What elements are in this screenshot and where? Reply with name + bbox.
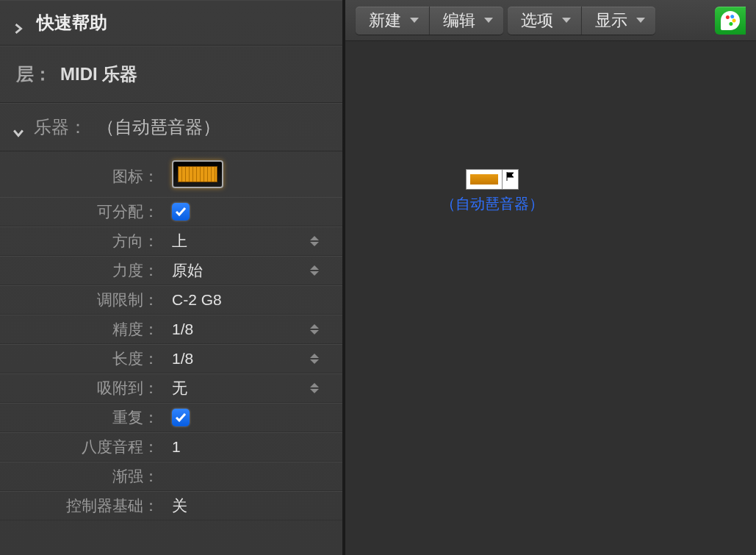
stepper-icon[interactable]	[310, 234, 320, 248]
prop-snap[interactable]: 吸附到： 无	[0, 373, 342, 403]
options-menu-label: 选项	[521, 10, 553, 32]
prop-ctrlbase[interactable]: 控制器基础： 关	[0, 491, 342, 520]
prop-direction[interactable]: 方向： 上	[0, 226, 342, 256]
prop-velocity-label: 力度：	[0, 260, 165, 281]
prop-direction-value: 上	[172, 231, 187, 251]
prop-precision[interactable]: 精度： 1/8	[0, 315, 342, 344]
keyboard-icon[interactable]	[172, 160, 223, 188]
arpeggiator-node[interactable]: （自动琶音器）	[441, 169, 544, 214]
stepper-icon[interactable]	[310, 322, 320, 337]
instrument-name: （自动琶音器）	[97, 115, 220, 139]
instrument-header[interactable]: 乐器： （自动琶音器）	[0, 103, 342, 151]
options-menu[interactable]: 选项	[508, 7, 581, 35]
prop-ctrlbase-label: 控制器基础：	[0, 495, 165, 516]
prop-precision-label: 精度：	[0, 319, 165, 340]
flag-icon	[503, 169, 519, 190]
prop-octaves-label: 八度音程：	[0, 437, 165, 457]
prop-octaves[interactable]: 八度音程： 1	[0, 432, 342, 462]
chevron-down-icon	[484, 18, 493, 23]
quick-help-header[interactable]: 快速帮助	[0, 0, 342, 46]
prop-snap-label: 吸附到：	[0, 378, 165, 398]
chevron-down-icon	[636, 18, 645, 23]
edit-menu[interactable]: 编辑	[429, 7, 503, 35]
layer-label: 层：	[16, 62, 51, 86]
edit-menu-label: 编辑	[443, 10, 475, 32]
prop-assignable: 可分配：	[0, 197, 342, 226]
prop-direction-label: 方向：	[0, 231, 165, 251]
view-menu[interactable]: 显示	[581, 7, 655, 35]
prop-crescendo-label: 渐强：	[0, 466, 165, 487]
repeat-checkbox[interactable]	[172, 409, 190, 426]
prop-octaves-value: 1	[172, 438, 181, 456]
environment-canvas[interactable]: （自动琶音器）	[345, 41, 756, 555]
prop-keylimit-value: C-2 G8	[172, 291, 222, 309]
prop-keylimit-label: 调限制：	[0, 290, 165, 310]
chevron-down-icon	[410, 18, 419, 23]
assignable-checkbox[interactable]	[172, 203, 190, 221]
color-palette-button[interactable]	[715, 7, 746, 35]
prop-repeat: 重复：	[0, 403, 342, 432]
prop-precision-value: 1/8	[172, 321, 193, 338]
stepper-icon[interactable]	[310, 351, 320, 366]
inspector-panel: 快速帮助 层： MIDI 乐器 乐器： （自动琶音器） 图标： 可分配： 方向：	[0, 0, 342, 555]
toolbar: 新建 编辑 选项 显示	[345, 0, 756, 41]
stepper-icon[interactable]	[310, 263, 320, 278]
prop-assignable-label: 可分配：	[0, 201, 165, 222]
view-menu-label: 显示	[595, 10, 627, 32]
prop-length-value: 1/8	[172, 350, 193, 368]
prop-keylimit[interactable]: 调限制： C-2 G8	[0, 285, 342, 315]
environment-panel: 新建 编辑 选项 显示	[345, 0, 756, 555]
instrument-label: 乐器：	[34, 115, 87, 139]
prop-icon: 图标：	[0, 151, 342, 197]
prop-crescendo[interactable]: 渐强：	[0, 462, 342, 491]
layer-row[interactable]: 层： MIDI 乐器	[0, 46, 342, 103]
prop-snap-value: 无	[172, 378, 187, 398]
keyboard-icon	[466, 169, 503, 190]
prop-icon-label: 图标：	[0, 162, 165, 187]
chevron-down-icon	[13, 122, 24, 132]
stepper-icon[interactable]	[310, 381, 320, 395]
prop-repeat-label: 重复：	[0, 407, 165, 428]
palette-icon	[721, 11, 740, 30]
quick-help-title: 快速帮助	[37, 11, 107, 35]
new-menu-label: 新建	[369, 10, 401, 32]
chevron-right-icon	[13, 18, 24, 28]
prop-length-label: 长度：	[0, 348, 165, 369]
chevron-down-icon	[562, 18, 571, 23]
prop-length[interactable]: 长度： 1/8	[0, 344, 342, 373]
prop-velocity[interactable]: 力度： 原始	[0, 256, 342, 285]
prop-ctrlbase-value: 关	[172, 495, 187, 516]
prop-velocity-value: 原始	[172, 260, 203, 281]
node-label: （自动琶音器）	[441, 194, 544, 214]
layer-value: MIDI 乐器	[60, 62, 137, 86]
new-menu[interactable]: 新建	[356, 7, 429, 35]
